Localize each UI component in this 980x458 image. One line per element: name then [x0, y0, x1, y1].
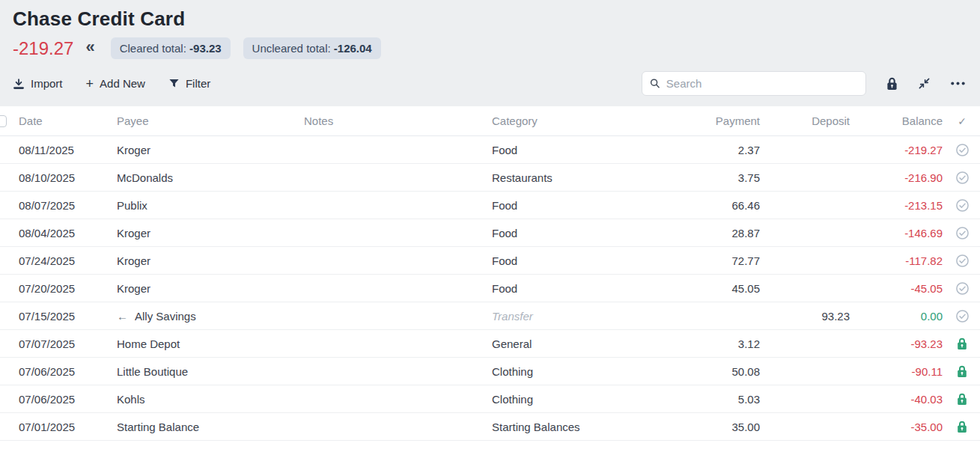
filter-label: Filter: [186, 77, 210, 90]
transaction-balance: -146.69: [851, 227, 944, 239]
transaction-balance: -213.15: [851, 199, 944, 212]
transaction-payee[interactable]: Starting Balance: [117, 421, 304, 433]
account-header: Chase Credit Card -219.27 « Cleared tota…: [0, 0, 980, 106]
transaction-row[interactable]: 08/04/2025 Kroger Food 28.87 -146.69: [0, 219, 980, 247]
transaction-payment[interactable]: 28.87: [679, 227, 761, 239]
filter-button[interactable]: Filter: [168, 77, 210, 90]
transaction-date[interactable]: 08/11/2025: [19, 144, 117, 156]
transaction-row[interactable]: 08/10/2025 McDonalds Restaurants 3.75 -2…: [0, 164, 980, 192]
more-options-button[interactable]: [951, 82, 965, 85]
uncleared-total-badge[interactable]: Uncleared total: -126.04: [243, 37, 381, 59]
select-all-checkbox[interactable]: [0, 115, 7, 127]
header-deposit[interactable]: Deposit: [761, 114, 851, 127]
transaction-payment[interactable]: 3.75: [679, 171, 761, 184]
privacy-lock-button[interactable]: [886, 77, 898, 91]
header-notes[interactable]: Notes: [304, 114, 492, 127]
transaction-status[interactable]: [944, 338, 980, 350]
cleared-total-badge[interactable]: Cleared total: -93.23: [111, 37, 231, 59]
transaction-row[interactable]: 07/24/2025 Kroger Food 72.77 -117.82: [0, 247, 980, 275]
transaction-row[interactable]: 07/07/2025 Home Depot General 3.12 -93.2…: [0, 330, 980, 358]
transaction-category[interactable]: Food: [492, 282, 679, 295]
transaction-date[interactable]: 07/07/2025: [19, 338, 117, 350]
transaction-payee[interactable]: Kroger: [117, 254, 304, 267]
transaction-date[interactable]: 07/24/2025: [19, 254, 117, 267]
transaction-status[interactable]: [944, 365, 980, 378]
transaction-status[interactable]: [944, 421, 980, 433]
payee-text: Little Boutique: [117, 365, 188, 378]
transaction-category[interactable]: Clothing: [492, 365, 679, 378]
transaction-table-header: Date Payee Notes Category Payment Deposi…: [0, 106, 980, 136]
transaction-payee[interactable]: Little Boutique: [117, 365, 304, 378]
transaction-status[interactable]: [944, 281, 980, 296]
import-button[interactable]: Import: [13, 77, 63, 90]
transaction-status[interactable]: [944, 171, 980, 185]
transaction-payment[interactable]: 66.46: [679, 199, 761, 212]
uncleared-total-label: Uncleared total:: [252, 42, 331, 55]
transaction-date[interactable]: 07/01/2025: [19, 421, 117, 433]
transaction-status[interactable]: [944, 393, 980, 406]
transaction-payee[interactable]: Kohls: [117, 393, 304, 406]
transaction-payee[interactable]: Publix: [117, 199, 304, 212]
transaction-status[interactable]: [944, 143, 980, 157]
transaction-payment[interactable]: 5.03: [679, 393, 761, 406]
transaction-date[interactable]: 08/07/2025: [19, 199, 117, 212]
collapse-view-button[interactable]: [918, 77, 931, 90]
transaction-status[interactable]: [944, 198, 980, 213]
collapse-balances-icon[interactable]: «: [85, 39, 94, 58]
transaction-category[interactable]: Transfer: [492, 310, 679, 323]
transaction-payment[interactable]: 72.77: [679, 254, 761, 267]
transaction-row[interactable]: 08/07/2025 Publix Food 66.46 -213.15: [0, 192, 980, 219]
header-cleared-check-icon[interactable]: ✓: [944, 115, 980, 127]
transaction-row[interactable]: 07/01/2025 Starting Balance Starting Bal…: [0, 413, 980, 441]
transaction-balance: -219.27: [851, 144, 944, 156]
transaction-payee[interactable]: Home Depot: [117, 338, 304, 350]
transaction-category[interactable]: Food: [492, 199, 679, 212]
transaction-payment[interactable]: 35.00: [679, 421, 761, 433]
transaction-date[interactable]: 07/06/2025: [19, 365, 117, 378]
transaction-category[interactable]: Food: [492, 254, 679, 267]
transaction-row[interactable]: 08/11/2025 Kroger Food 2.37 -219.27: [0, 136, 980, 164]
transaction-status[interactable]: [944, 254, 980, 268]
transaction-date[interactable]: 07/20/2025: [19, 282, 117, 295]
transaction-category[interactable]: General: [492, 338, 679, 350]
transaction-row[interactable]: 07/06/2025 Kohls Clothing 5.03 -40.03: [0, 385, 980, 413]
payee-text: Starting Balance: [117, 421, 199, 433]
transaction-payee[interactable]: Kroger: [117, 144, 304, 156]
transaction-row[interactable]: 07/20/2025 Kroger Food 45.05 -45.05: [0, 275, 980, 302]
filter-funnel-icon: [168, 78, 180, 89]
header-date[interactable]: Date: [19, 114, 117, 127]
header-payment[interactable]: Payment: [679, 114, 761, 127]
transaction-status[interactable]: [944, 226, 980, 240]
account-balance: -219.27: [13, 38, 73, 59]
header-payee[interactable]: Payee: [117, 114, 304, 127]
transaction-date[interactable]: 08/10/2025: [19, 171, 117, 184]
transaction-payment[interactable]: 3.12: [679, 338, 761, 350]
transaction-category[interactable]: Restaurants: [492, 171, 679, 184]
transaction-payee[interactable]: Kroger: [117, 282, 304, 295]
transaction-payment[interactable]: 45.05: [679, 282, 761, 295]
transaction-category[interactable]: Food: [492, 227, 679, 239]
transaction-payment[interactable]: 50.08: [679, 365, 761, 378]
transaction-payment[interactable]: 2.37: [679, 144, 761, 156]
transaction-row[interactable]: 07/15/2025 ←Ally Savings Transfer 93.23 …: [0, 302, 980, 330]
transaction-payee[interactable]: Kroger: [117, 227, 304, 239]
header-balance: Balance: [851, 114, 944, 127]
transaction-row[interactable]: 07/06/2025 Little Boutique Clothing 50.0…: [0, 358, 980, 385]
transaction-payee[interactable]: McDonalds: [117, 171, 304, 184]
transaction-balance: -93.23: [851, 338, 944, 350]
search-box[interactable]: [642, 71, 866, 96]
reconciled-lock-icon: [957, 393, 967, 406]
transaction-date[interactable]: 07/15/2025: [19, 310, 117, 323]
add-new-button[interactable]: + Add New: [86, 77, 145, 91]
transaction-payee[interactable]: ←Ally Savings: [117, 310, 304, 323]
transaction-category[interactable]: Clothing: [492, 393, 679, 406]
transaction-date[interactable]: 07/06/2025: [19, 393, 117, 406]
transaction-date[interactable]: 08/04/2025: [19, 227, 117, 239]
transaction-deposit[interactable]: 93.23: [761, 310, 851, 323]
search-input[interactable]: [666, 77, 858, 90]
header-category[interactable]: Category: [492, 114, 679, 127]
transaction-table-body: 08/11/2025 Kroger Food 2.37 -219.27 08/1…: [0, 136, 980, 441]
transaction-category[interactable]: Starting Balances: [492, 421, 679, 433]
transaction-category[interactable]: Food: [492, 144, 679, 156]
transaction-status[interactable]: [944, 309, 980, 323]
